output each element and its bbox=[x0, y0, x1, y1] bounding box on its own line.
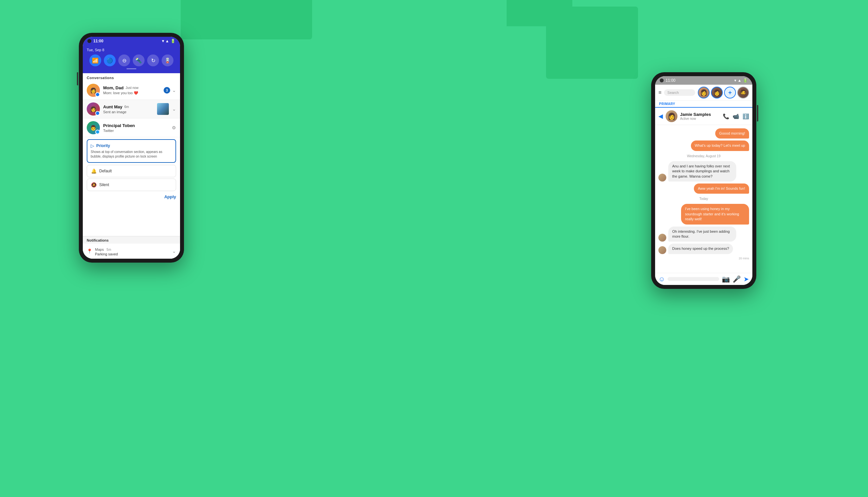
conversations-section: Conversations 👩 Mom, Dad Just now Mom: l… bbox=[83, 73, 180, 236]
rotate-icon: ↻ bbox=[151, 57, 155, 64]
battery-saver-tile[interactable]: 🪫 bbox=[162, 55, 174, 66]
wifi-status-icon: ▾ bbox=[162, 39, 164, 43]
info-icon[interactable]: ℹ️ bbox=[743, 113, 749, 119]
right-camera-dot bbox=[660, 79, 664, 82]
settings-gear-icon[interactable]: ⚙ bbox=[172, 125, 176, 130]
bubble-sent-3: Aww yeah I'm in! Sounds fun! bbox=[694, 184, 749, 194]
messenger-badge bbox=[95, 92, 100, 97]
story-face-3: 🧔 bbox=[738, 87, 748, 98]
chevron-down-icon-aunt[interactable]: ⌄ bbox=[172, 106, 176, 112]
rotate-tile[interactable]: ↻ bbox=[147, 55, 159, 66]
maps-icon: 📍 bbox=[87, 248, 92, 254]
notif-app-name: Maps bbox=[95, 247, 104, 252]
default-option[interactable]: 🔔 Default bbox=[87, 165, 176, 177]
primary-tab[interactable]: PRIMARY bbox=[655, 101, 752, 108]
bubble-received-1: Anu and I are having folks over next wee… bbox=[668, 161, 736, 182]
status-icons-left: ▾ ▲ 🔋 bbox=[162, 39, 176, 43]
principal-content: Principal Toben Twitter bbox=[103, 123, 172, 133]
mom-dad-preview: Mom: love you too ❤️ bbox=[103, 91, 164, 95]
conversation-item-aunt-may[interactable]: 👩 Aunt May 6m Sent an image ⌄ bbox=[83, 100, 180, 118]
search-box[interactable]: Search bbox=[664, 89, 695, 96]
camera-input-icon[interactable]: 📷 bbox=[722, 275, 730, 283]
dnd-icon: ⊖ bbox=[122, 57, 126, 64]
chat-header: ◀ 👩 Jamie Samples Active now 📞 📹 ℹ️ bbox=[655, 108, 752, 125]
aunt-may-actions: ⌄ bbox=[157, 103, 176, 115]
bg-decoration-1 bbox=[181, 0, 312, 39]
aunt-may-content: Aunt May 6m Sent an image bbox=[103, 104, 157, 114]
hamburger-menu-icon[interactable]: ≡ bbox=[658, 90, 661, 96]
chat-info: Jamie Samples Active now bbox=[680, 112, 720, 120]
chat-input-field[interactable] bbox=[667, 277, 719, 281]
right-signal-icon: ▲ bbox=[738, 78, 742, 83]
right-status-left: 11:00 bbox=[660, 78, 675, 83]
stories-bar: ≡ Search 👩 👩 + 🧔 bbox=[655, 85, 752, 101]
date-divider-today: Today bbox=[658, 197, 749, 201]
conversation-item-principal[interactable]: 👨 Principal Toben Twitter ⚙ bbox=[83, 118, 180, 137]
chat-status: Active now bbox=[680, 117, 720, 120]
mic-icon[interactable]: 🎤 bbox=[733, 275, 741, 283]
mom-dad-avatar-container: 👩 bbox=[87, 84, 100, 97]
story-avatar-3[interactable]: 🧔 bbox=[737, 87, 749, 99]
chat-messages-area: Goood morning! What's up today? Let's me… bbox=[655, 125, 752, 273]
bubble-sent-1: Goood morning! bbox=[715, 128, 749, 139]
aunt-may-preview: Sent an image bbox=[103, 110, 157, 114]
emoji-icon[interactable]: ☺ bbox=[658, 275, 665, 283]
jamie-avatar: 👩 bbox=[666, 110, 677, 122]
status-bar-left-section: 11:00 bbox=[87, 39, 104, 43]
chevron-down-icon[interactable]: ⌄ bbox=[172, 88, 176, 93]
message-5: I've been using honey in my sourdough st… bbox=[658, 204, 749, 224]
jamie-avatar-small-3 bbox=[658, 246, 666, 254]
flashlight-tile[interactable]: 🔦 bbox=[133, 55, 144, 66]
notifications-header: Notifications bbox=[83, 236, 180, 244]
unread-badge: 3 bbox=[164, 87, 170, 94]
bubble-sent-2: What's up today? Let's meet up bbox=[691, 141, 749, 151]
bubble-sent-4: I've been using honey in my sourdough st… bbox=[681, 204, 749, 224]
signal-icon: ▲ bbox=[165, 39, 169, 43]
jamie-avatar-small bbox=[658, 174, 666, 182]
jamie-face: 👩 bbox=[666, 110, 677, 122]
bell-icon: 🔔 bbox=[91, 168, 97, 174]
add-story-button[interactable]: + bbox=[724, 87, 736, 99]
bg-decoration-3 bbox=[546, 6, 638, 79]
story-avatar-1[interactable]: 👩 bbox=[698, 87, 709, 99]
quick-settings-panel: Tue, Sep 8 📶 🔵 ⊖ 🔦 ↻ 🪫 bbox=[83, 45, 180, 73]
right-wifi-icon: ▾ bbox=[734, 78, 736, 83]
message-6: Oh interesting. I've just been adding mo… bbox=[658, 227, 749, 242]
story-avatar-2[interactable]: 👩 bbox=[711, 87, 723, 99]
wifi-tile[interactable]: 📶 bbox=[89, 55, 101, 66]
send-icon[interactable]: ➤ bbox=[743, 275, 749, 283]
chat-input-bar: ☺ 📷 🎤 ➤ bbox=[655, 273, 752, 285]
battery-saver-icon: 🪫 bbox=[164, 57, 171, 64]
priority-header: ▷ Priority bbox=[91, 143, 172, 148]
conversations-header: Conversations bbox=[83, 73, 180, 81]
phone-call-icon[interactable]: 📞 bbox=[723, 113, 729, 119]
apply-button[interactable]: Apply bbox=[164, 194, 176, 199]
story-avatars-row: 👩 👩 + 🧔 bbox=[698, 87, 749, 99]
messenger-back-icon[interactable]: ◀ bbox=[658, 113, 663, 120]
notif-chevron-icon[interactable]: ⌄ bbox=[172, 248, 176, 254]
video-call-icon[interactable]: 📹 bbox=[733, 113, 739, 119]
notif-time: 5m bbox=[107, 248, 111, 252]
mom-dad-time: Just now bbox=[125, 86, 138, 90]
messenger-badge-aunt bbox=[95, 111, 100, 116]
notif-app-row: Maps 5m bbox=[95, 246, 118, 252]
priority-dialog[interactable]: ▷ Priority Shows at top of conversation … bbox=[87, 139, 176, 163]
status-bar-right: 11:00 ▾ ▲ 🔋 bbox=[655, 76, 752, 85]
left-phone: 11:00 ▾ ▲ 🔋 Tue, Sep 8 📶 🔵 ⊖ bbox=[79, 33, 184, 262]
notification-maps[interactable]: 📍 Maps 5m Parking saved ⌄ bbox=[83, 244, 180, 259]
notif-content: Maps 5m Parking saved bbox=[95, 246, 118, 256]
mom-dad-name: Mom, Dad bbox=[103, 85, 124, 90]
principal-source: Twitter bbox=[103, 129, 172, 133]
dnd-tile[interactable]: ⊖ bbox=[118, 55, 130, 66]
silent-option[interactable]: 🔕 Silent bbox=[87, 179, 176, 191]
quick-tiles-row: 📶 🔵 ⊖ 🔦 ↻ 🪫 bbox=[87, 55, 176, 66]
notif-text: Parking saved bbox=[95, 252, 118, 256]
priority-label: Priority bbox=[96, 143, 110, 148]
conversation-item-mom-dad[interactable]: 👩 Mom, Dad Just now Mom: love you too ❤️… bbox=[83, 81, 180, 100]
chat-name: Jamie Samples bbox=[680, 112, 720, 117]
aunt-may-name-row: Aunt May 6m bbox=[103, 104, 157, 109]
principal-actions: ⚙ bbox=[172, 125, 176, 130]
date-divider-1: Wednesday, August 19 bbox=[658, 154, 749, 158]
message-1: Goood morning! bbox=[658, 128, 749, 139]
bluetooth-tile[interactable]: 🔵 bbox=[104, 55, 116, 66]
